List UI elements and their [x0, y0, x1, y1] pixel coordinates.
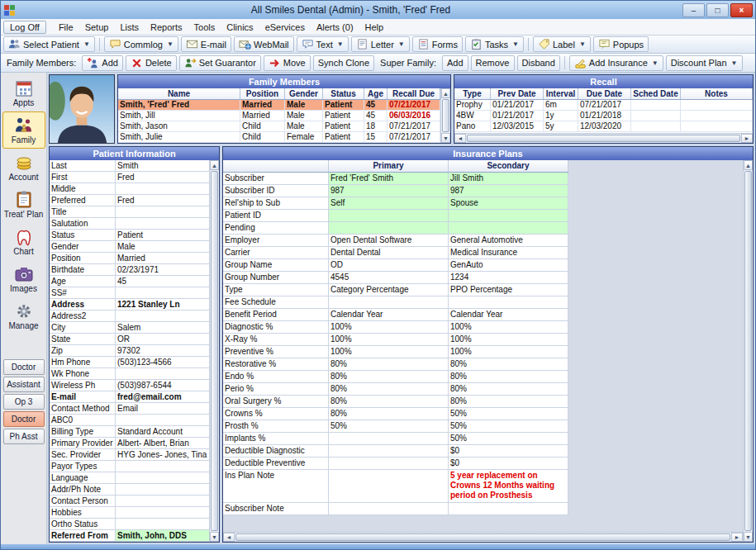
insurance-row[interactable]: Subscriber Note	[223, 503, 568, 515]
patient-info-row[interactable]: Contact Person	[50, 495, 209, 507]
sidebar-item-treat-plan[interactable]: Treat' Plan	[2, 186, 45, 223]
scroll-right-button[interactable]: ►	[731, 533, 743, 542]
scroll-thumb[interactable]	[744, 171, 752, 531]
insurance-row[interactable]: Crowns % 80% 50%	[223, 408, 568, 420]
patient-info-row[interactable]: Hm Phone (503)123-4566	[50, 357, 209, 368]
scroll-up-button[interactable]: ▲	[210, 160, 219, 170]
minimize-button[interactable]: –	[682, 3, 705, 17]
insurance-row[interactable]: Prosth % 50% 50%	[223, 420, 568, 433]
insurance-row[interactable]: Subscriber Fred 'Fred' Smith Jill Smith	[223, 173, 568, 185]
add-family-member-button[interactable]: Add	[82, 55, 123, 71]
insurance-row[interactable]: Rel'ship to Sub Self Spouse	[223, 197, 568, 210]
patient-info-row[interactable]: Last Smith	[50, 160, 209, 172]
insurance-row[interactable]: Patient ID	[223, 210, 568, 222]
scroll-left-button[interactable]: ◄	[223, 533, 235, 542]
provider-button[interactable]: Assistant	[3, 377, 45, 392]
insurance-row[interactable]: Perio % 80% 80%	[223, 383, 568, 396]
email-button[interactable]: E-mail	[181, 36, 231, 52]
discount-plan-button[interactable]: Discount Plan ▼	[666, 55, 743, 71]
patient-info-row[interactable]: Language	[50, 472, 209, 484]
patient-info-row[interactable]: Salutation	[50, 218, 209, 230]
patient-info-row[interactable]: Billing Type Standard Account	[50, 426, 209, 438]
recall-row[interactable]: Pano 12/03/2015 5y 12/03/2020	[454, 121, 753, 132]
scroll-thumb[interactable]	[442, 99, 449, 132]
sidebar-item-chart[interactable]: Chart	[2, 223, 45, 260]
forms-button[interactable]: Forms	[412, 36, 463, 52]
insurance-row[interactable]: Deductible Preventive $0	[223, 458, 568, 470]
insurance-row[interactable]: Employer Open Dental Software General Au…	[223, 235, 568, 247]
recall-row[interactable]: Prophy 01/21/2017 6m 07/21/2017	[454, 100, 753, 111]
patient-info-row[interactable]: Birthdate 02/23/1971	[50, 264, 209, 276]
webmail-button[interactable]: WebMail	[234, 36, 294, 52]
maximize-button[interactable]: □	[706, 3, 729, 17]
insurance-row[interactable]: Deductible Diagnostic $0	[223, 445, 568, 458]
tasks-button[interactable]: Tasks ▼	[465, 36, 524, 52]
scroll-right-button[interactable]: ►	[741, 134, 753, 143]
dropdown-arrow-icon[interactable]: ▼	[652, 59, 659, 67]
scroll-thumb[interactable]	[467, 135, 740, 142]
menu-item-alerts[interactable]: Alerts (0)	[311, 21, 359, 34]
patient-info-row[interactable]: Preferred Fred	[50, 195, 209, 206]
provider-button[interactable]: Doctor	[3, 359, 45, 375]
patient-info-row[interactable]: Address2	[50, 311, 209, 322]
insurance-row[interactable]: Ins Plan Note 5 year replacement on Crow…	[223, 470, 568, 503]
super-family-remove-button[interactable]: Remove	[471, 55, 515, 71]
patient-photo[interactable]	[49, 74, 115, 144]
patient-info-row[interactable]: Gender Male	[50, 241, 209, 253]
close-button[interactable]: ×	[730, 3, 753, 17]
patient-info-row[interactable]: Addr/Ph Note	[50, 484, 209, 495]
sidebar-item-account[interactable]: Account	[2, 149, 45, 186]
menu-item-lists[interactable]: Lists	[114, 21, 145, 34]
family-members-scrollbar[interactable]: ▲ ▼	[440, 88, 450, 143]
patient-info-row[interactable]: Middle	[50, 183, 209, 195]
patient-info-row[interactable]: Zip 97302	[50, 345, 209, 357]
popups-button[interactable]: Popups	[593, 36, 649, 52]
scroll-left-button[interactable]: ◄	[454, 134, 466, 143]
patient-info-row[interactable]: Payor Types	[50, 461, 209, 472]
dropdown-arrow-icon[interactable]: ▼	[167, 40, 174, 48]
patient-info-row[interactable]: Wireless Ph (503)987-6544	[50, 380, 209, 391]
patient-info-row[interactable]: Contact Method Email	[50, 403, 209, 415]
dropdown-arrow-icon[interactable]: ▼	[337, 40, 344, 48]
patient-info-row[interactable]: SS#	[50, 287, 209, 299]
commlog-button[interactable]: Commlog ▼	[104, 36, 178, 52]
patient-info-row[interactable]: Hobbies	[50, 507, 209, 519]
super-family-disband-button[interactable]: Disband	[517, 55, 560, 71]
insurance-row[interactable]: Pending	[223, 222, 568, 235]
insurance-row[interactable]: Fee Schedule	[223, 296, 568, 309]
letter-button[interactable]: Letter ▼	[351, 36, 410, 52]
patient-info-row[interactable]: Age 45	[50, 276, 209, 287]
scroll-down-button[interactable]: ▼	[744, 532, 753, 542]
sidebar-item-images[interactable]: Images	[2, 260, 45, 297]
insurance-row[interactable]: Endo % 80% 80%	[223, 371, 568, 383]
insurance-row[interactable]: Type Category Percentage PPO Percentage	[223, 284, 568, 296]
sidebar-item-manage[interactable]: Manage	[2, 297, 45, 334]
patient-info-row[interactable]: E-mail fred@email.com	[50, 391, 209, 403]
insurance-row[interactable]: Preventive % 100% 100%	[223, 346, 568, 358]
patient-info-row[interactable]: Referred From Smith, John, DDS	[50, 530, 209, 542]
menu-item-clinics[interactable]: Clinics	[221, 21, 259, 34]
patient-info-row[interactable]: First Fred	[50, 172, 209, 183]
menu-item-reports[interactable]: Reports	[145, 21, 188, 34]
family-member-row[interactable]: Smith, Jason Child Male Patient 18 07/21…	[118, 121, 440, 132]
menu-item-file[interactable]: File	[53, 21, 79, 34]
insurance-row[interactable]: Implants % 50%	[223, 433, 568, 445]
super-family-add-button[interactable]: Add	[442, 55, 468, 71]
scroll-up-button[interactable]: ▲	[744, 160, 753, 170]
delete-family-member-button[interactable]: Delete	[126, 55, 177, 71]
menu-item-eservices[interactable]: eServices	[259, 21, 311, 34]
insurance-row[interactable]: Group Name OD GenAuto	[223, 259, 568, 272]
select-patient-button[interactable]: Select Patient ▼	[3, 36, 95, 52]
patient-info-row[interactable]: Address 1221 Stanley Ln	[50, 299, 209, 311]
scroll-thumb[interactable]	[211, 171, 218, 531]
patient-info-scrollbar[interactable]: ▲ ▼	[209, 160, 219, 542]
menu-item-log-off[interactable]: Log Off	[3, 21, 46, 34]
dropdown-arrow-icon[interactable]: ▼	[579, 40, 586, 48]
provider-button[interactable]: Op 3	[3, 394, 45, 410]
insurance-row[interactable]: Restorative % 80% 80%	[223, 358, 568, 371]
scroll-thumb[interactable]	[235, 533, 730, 541]
dropdown-arrow-icon[interactable]: ▼	[398, 40, 405, 48]
family-member-row[interactable]: Smith, Julie Child Female Patient 15 07/…	[118, 132, 440, 143]
recall-horizontal-scrollbar[interactable]: ◄ ►	[454, 133, 753, 143]
patient-info-row[interactable]: City Salem	[50, 322, 209, 334]
